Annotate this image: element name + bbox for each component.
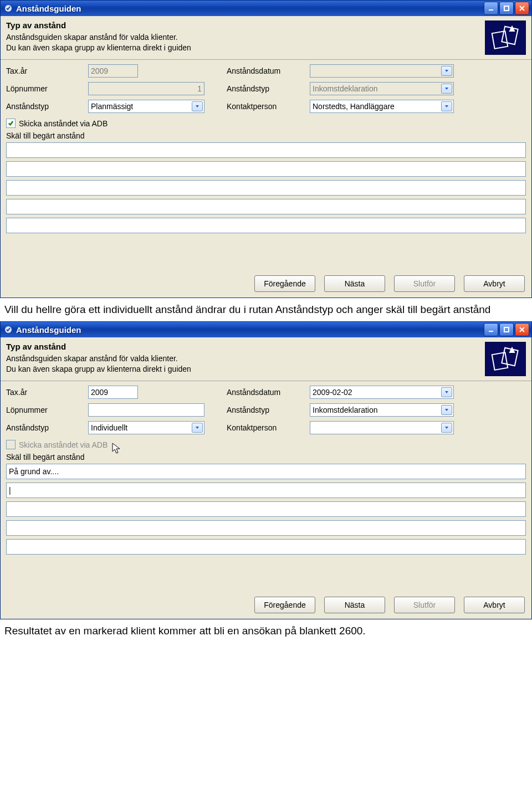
adb-checkbox[interactable] [6,119,16,128]
reason-line[interactable]: På grund av.... [6,464,526,479]
lopnummer-field[interactable] [88,403,204,417]
label-kontakt: Kontaktperson [227,102,310,111]
chevron-down-icon [192,101,203,111]
svg-rect-13 [502,348,518,366]
kontakt-select[interactable]: Norstedts, Handläggare [310,100,454,113]
close-button[interactable] [515,323,529,336]
prev-button[interactable]: Föregående [254,275,315,292]
adb-checkbox-row[interactable]: Skicka anståndet via ADB [6,119,526,128]
titlebar[interactable]: Anståndsguiden [1,322,531,337]
minimize-button[interactable] [484,2,498,15]
next-button[interactable]: Nästa [324,597,385,613]
reason-line[interactable] [6,483,526,498]
wizard-window-2: Anståndsguiden Typ av anstånd Anståndsgu… [0,321,532,619]
svg-rect-6 [502,27,518,44]
doc-mid-text: Vill du hellre göra ett individuellt ans… [4,304,528,316]
label-kontakt: Kontaktperson [227,423,310,432]
anstandstyp-select[interactable]: Individuellt [88,421,204,434]
adb-checkbox-label: Skicka anståndet via ADB [19,440,108,449]
label-tax-ar: Tax.år [6,66,88,75]
adb-checkbox-row: Skicka anståndet via ADB [6,440,526,449]
anstandstyp-select[interactable]: Planmässigt [88,100,204,113]
wizard-window-1: Anståndsguiden Typ av anstånd Anståndsgu… [0,0,532,298]
label-lopnummer: Löpnummer [6,406,88,414]
label-anstandstyp: Anståndstyp [6,102,88,111]
window-title: Anståndsguiden [16,4,483,13]
svg-rect-12 [492,352,508,370]
reason-line[interactable] [6,180,526,196]
tax-ar-field[interactable]: 2009 [88,386,138,399]
header-desc: Anståndsguiden skapar anstånd för valda … [6,32,479,53]
reason-line[interactable] [6,539,526,555]
anstandstyp2-field[interactable]: Inkomstdeklaration [310,403,454,417]
anstandsdatum-field[interactable]: 2009-02-02 [310,386,454,399]
doc-end-text: Resultatet av en markerad klient kommer … [4,625,528,637]
chevron-down-icon [441,101,452,111]
chevron-down-icon [441,84,452,94]
minimize-button[interactable] [484,323,498,336]
wizard-icon [485,342,526,376]
label-anstandstyp2: Anståndstyp [227,84,310,93]
label-anstandstyp: Anståndstyp [6,423,88,432]
reason-line[interactable] [6,161,526,177]
wizard-icon [485,20,526,55]
reason-line[interactable] [6,142,526,158]
svg-rect-9 [504,327,509,332]
header-title: Typ av anstånd [6,20,479,30]
reason-line[interactable] [6,501,526,517]
app-icon [4,325,13,334]
titlebar[interactable]: Anståndsguiden [1,1,531,16]
header-title: Typ av anstånd [6,342,479,351]
lopnummer-field: 1 [88,82,204,95]
maximize-button[interactable] [499,2,514,15]
reason-label: Skäl till begärt anstånd [6,131,526,140]
next-button[interactable]: Nästa [324,275,385,292]
svg-rect-5 [492,31,508,49]
adb-checkbox [6,440,16,449]
chevron-down-icon [441,405,452,415]
kontakt-select[interactable] [310,421,454,434]
app-icon [4,4,13,13]
close-button[interactable] [515,2,529,15]
finish-button: Slutför [394,275,455,292]
prev-button[interactable]: Föregående [254,597,315,613]
reason-line[interactable] [6,520,526,536]
label-tax-ar: Tax.år [6,388,88,397]
svg-rect-2 [504,6,509,11]
chevron-down-icon [441,387,452,397]
cancel-button[interactable]: Avbryt [464,597,525,613]
chevron-down-icon [441,66,452,76]
reason-line[interactable] [6,199,526,214]
label-anstandsdatum: Anståndsdatum [227,66,310,75]
reason-line[interactable] [6,218,526,233]
label-anstandsdatum: Anståndsdatum [227,388,310,397]
anstandsdatum-field[interactable] [310,64,454,78]
window-title: Anståndsguiden [16,325,483,335]
anstandstyp2-field[interactable]: Inkomstdeklaration [310,82,454,95]
finish-button: Slutför [394,597,455,613]
maximize-button[interactable] [499,323,514,336]
label-lopnummer: Löpnummer [6,84,88,93]
adb-checkbox-label: Skicka anståndet via ADB [19,119,108,128]
chevron-down-icon [192,423,203,433]
cancel-button[interactable]: Avbryt [464,275,525,292]
chevron-down-icon [441,423,452,433]
header-desc: Anståndsguiden skapar anstånd för valda … [6,353,479,375]
tax-ar-field: 2009 [88,64,138,78]
reason-label: Skäl till begärt anstånd [6,453,526,461]
label-anstandstyp2: Anståndstyp [227,406,310,414]
